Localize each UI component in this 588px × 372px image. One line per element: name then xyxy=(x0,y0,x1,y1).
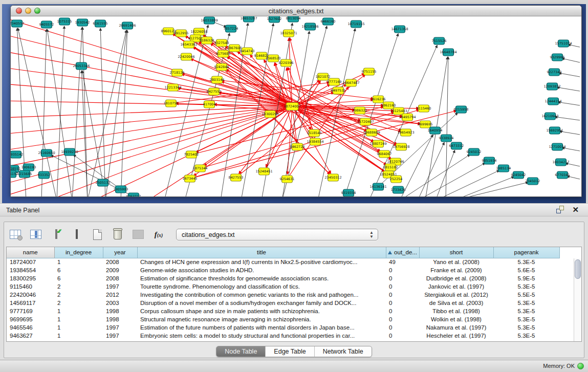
graph-node[interactable]: 15751074 xyxy=(555,40,572,47)
graph-node[interactable]: 9327548 xyxy=(214,39,229,47)
graph-node[interactable]: 8454743 xyxy=(240,48,255,55)
graph-node[interactable]: 1875344 xyxy=(193,165,208,172)
graph-node[interactable]: 15692951 xyxy=(546,127,563,134)
table-cell[interactable]: 1997 xyxy=(103,332,137,340)
table-cell[interactable]: 18724007 xyxy=(7,258,54,266)
graph-edge[interactable] xyxy=(435,170,499,196)
graph-node[interactable]: 8427552 xyxy=(207,88,222,95)
graph-edge[interactable] xyxy=(190,111,456,179)
table-cell[interactable]: Investigating the contribution of common… xyxy=(137,291,386,299)
table-cell[interactable]: 6 xyxy=(54,274,103,282)
table-cell[interactable]: 1998 xyxy=(103,315,137,323)
graph-node[interactable]: 7857224 xyxy=(224,25,238,32)
table-cell[interactable]: 1998 xyxy=(103,307,137,315)
graph-node[interactable]: 1906193 xyxy=(21,164,36,171)
graph-edge[interactable] xyxy=(418,163,485,196)
tab-node-table[interactable]: Node Table xyxy=(216,346,266,357)
table-cell[interactable]: 14569117 xyxy=(7,299,54,307)
graph-node[interactable]: 1215685 xyxy=(17,170,32,178)
graph-node[interactable]: 8813054 xyxy=(286,16,301,22)
column-header-year[interactable]: year xyxy=(103,247,137,258)
graph-node[interactable]: 6770341 xyxy=(555,171,570,179)
table-cell[interactable]: Hescheler et al. (1997) xyxy=(419,332,493,340)
graph-node[interactable]: 9245012 xyxy=(467,148,482,156)
column-header-out_degree[interactable]: out_de... xyxy=(386,247,419,258)
table-cell[interactable]: Embryonic stem cells: a model to study s… xyxy=(137,332,386,340)
graph-edge[interactable] xyxy=(11,101,292,106)
graph-node[interactable]: 1985134 xyxy=(496,165,511,172)
graph-node[interactable]: 19756928 xyxy=(393,143,409,150)
graph-edge[interactable] xyxy=(453,182,528,196)
graph-node[interactable]: 1905903 xyxy=(114,186,128,193)
table-cell[interactable]: 5.3E-5 xyxy=(493,315,559,323)
table-cell[interactable]: Estimation of the future numbers of pati… xyxy=(137,323,386,332)
graph-node[interactable]: 1930542 xyxy=(75,19,90,26)
graph-edge[interactable] xyxy=(11,106,292,150)
graph-node[interactable]: 8912955 xyxy=(174,30,189,37)
graph-node[interactable]: 1815182 xyxy=(383,164,398,171)
graph-node[interactable]: 20053346 xyxy=(73,62,90,70)
select-column-button[interactable] xyxy=(29,227,43,242)
float-panel-icon[interactable] xyxy=(556,206,564,213)
table-cell[interactable]: Structural magnetic resonance image aver… xyxy=(137,315,386,323)
table-cell[interactable]: 1 xyxy=(54,307,103,315)
table-cell[interactable]: Nakamura et al. (1997) xyxy=(419,323,493,332)
graph-edge[interactable] xyxy=(148,106,292,196)
new-table-button[interactable] xyxy=(90,227,104,242)
show-columns-button[interactable] xyxy=(49,227,63,242)
table-cell[interactable]: 0 xyxy=(386,299,419,307)
graph-node[interactable]: 7825402 xyxy=(184,151,199,158)
graph-node[interactable]: 6161555 xyxy=(93,20,108,27)
graph-node[interactable]: 252254 xyxy=(390,176,403,183)
table-cell[interactable]: Jankovic et al. (1997) xyxy=(419,282,493,291)
memory-ok-indicator-icon[interactable] xyxy=(577,363,584,369)
table-cell[interactable]: 9463627 xyxy=(7,332,54,340)
graph-edge[interactable] xyxy=(11,35,292,106)
graph-edge[interactable] xyxy=(290,38,315,142)
graph-node[interactable]: 23450312 xyxy=(324,174,341,181)
tab-network-table[interactable]: Network Table xyxy=(315,346,372,357)
graph-node[interactable]: 19218586 xyxy=(301,23,318,30)
graph-node[interactable]: 20691406 xyxy=(119,22,136,29)
graph-node[interactable]: 25160650 xyxy=(38,149,55,157)
graph-edge[interactable] xyxy=(11,106,292,134)
graph-node[interactable]: 1821072 xyxy=(316,73,331,80)
table-cell[interactable]: 1 xyxy=(54,258,103,266)
graph-node[interactable]: 8462728 xyxy=(290,143,305,150)
table-cell[interactable]: 2008 xyxy=(103,258,137,266)
table-cell[interactable]: 9115460 xyxy=(7,282,54,291)
scrollbar-thumb[interactable] xyxy=(575,259,581,279)
table-cell[interactable]: 2 xyxy=(54,299,103,307)
graph-node[interactable]: 2345012 xyxy=(526,178,540,185)
table-cell[interactable]: Disruption of a novel member of a sodium… xyxy=(137,299,386,307)
table-cell[interactable]: 2008 xyxy=(103,274,137,282)
graph-node[interactable]: 9245042 xyxy=(511,171,526,179)
table-cell[interactable]: Corpus callosum shape and size in male p… xyxy=(137,307,386,315)
network-view-window[interactable]: citations_edges.txt 18724007896012389129… xyxy=(10,5,582,197)
table-vertical-scrollbar[interactable] xyxy=(574,258,581,341)
table-row[interactable]: 977716911998Corpus callosum shape and si… xyxy=(7,307,559,315)
table-cell[interactable]: 49 xyxy=(386,258,419,266)
table-cell[interactable]: Changes of HCN gene expression and I(f) … xyxy=(137,258,386,266)
table-row[interactable]: 2242004622012Investigating the contribut… xyxy=(7,291,559,299)
table-cell[interactable]: 9699695 xyxy=(7,315,54,323)
graph-edge[interactable] xyxy=(446,57,448,196)
graph-node[interactable]: 7515526 xyxy=(432,37,447,45)
graph-node[interactable]: 10719155 xyxy=(347,20,364,28)
graph-node[interactable]: 2803144 xyxy=(210,76,225,83)
graph-edge[interactable] xyxy=(435,150,455,196)
table-row[interactable]: 1938455462009Genome-wide association stu… xyxy=(7,266,559,274)
graph-edge[interactable] xyxy=(453,177,514,196)
graph-node[interactable]: 18226058 xyxy=(190,28,207,35)
table-cell[interactable]: 5.9E-5 xyxy=(493,274,559,282)
table-cell[interactable]: 18300295 xyxy=(7,274,54,282)
table-cell[interactable]: 2003 xyxy=(103,299,137,307)
table-cell[interactable]: de Silva et al. (2003) xyxy=(419,299,493,307)
graph-node[interactable]: 7986322 xyxy=(353,107,367,114)
graph-node[interactable]: 9338924 xyxy=(439,135,454,142)
panel-collapse-arrow-icon[interactable]: ▸ xyxy=(0,174,3,179)
graph-node[interactable]: 1518545 xyxy=(307,129,322,137)
graph-node[interactable]: 9851934 xyxy=(482,157,497,164)
graph-node[interactable]: 9329966 xyxy=(550,54,565,61)
table-cell[interactable]: 0 xyxy=(386,291,419,299)
